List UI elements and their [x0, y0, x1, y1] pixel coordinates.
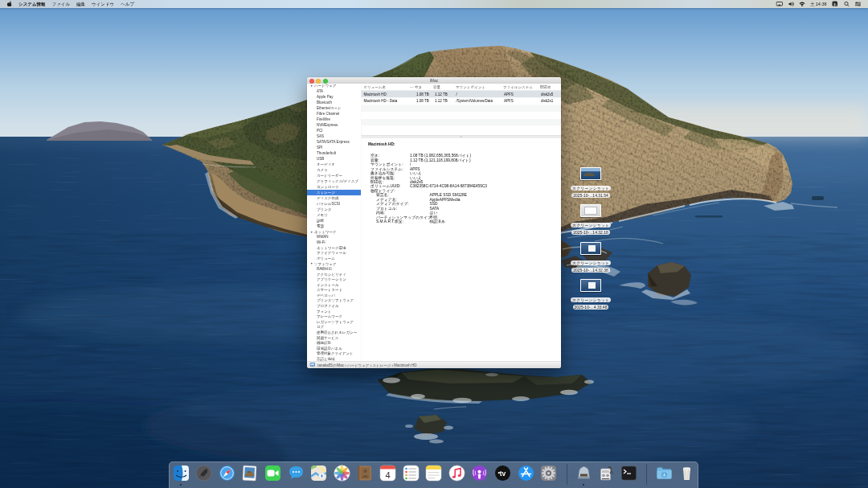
svg-text:tv: tv: [500, 470, 506, 478]
svg-text:4: 4: [385, 470, 390, 480]
